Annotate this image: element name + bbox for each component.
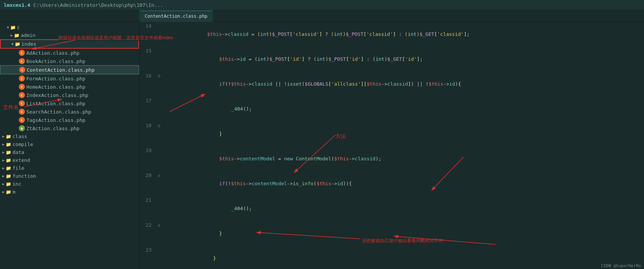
file-icon-c: c [19, 75, 25, 81]
line-number: 15 [139, 47, 155, 72]
sidebar-item-class[interactable]: ▶ 📁 class [0, 132, 139, 140]
folder-icon: 📁 [6, 158, 11, 163]
sidebar-item-formaction[interactable]: c FormAction.class.php [0, 74, 139, 83]
active-tab[interactable]: ContentAction.class.php [139, 11, 213, 22]
file-icon-c: c [19, 67, 25, 73]
sidebar-item-index[interactable]: ▼ 📁 index [0, 39, 139, 49]
code-line: _404(); [163, 97, 644, 121]
file-icon-grid: ▦ [19, 125, 25, 131]
folder-label: index [21, 41, 36, 47]
folder-icon: 📁 [10, 25, 15, 30]
code-line: $this->contentModel = new ContentModel($… [163, 146, 644, 171]
folder-label: c [17, 25, 20, 30]
line-number: 14 [139, 22, 155, 47]
chevron-right-icon: ▶ [2, 190, 5, 194]
table-row: 22 ◇ } [139, 221, 644, 246]
sidebar-item-ztaction[interactable]: ▦ ZtAction.class.php [0, 124, 139, 132]
gutter [155, 97, 163, 121]
file-icon-c: c [19, 92, 25, 98]
file-label: ContentAction.class.php [27, 67, 95, 73]
line-number: 18 [139, 121, 155, 146]
folder-icon: 📁 [6, 181, 11, 187]
sidebar-item-indexaction[interactable]: c IndexAction.class.php [0, 91, 139, 99]
sidebar-item-compile[interactable]: ▶ 📁 compile [0, 140, 139, 148]
sidebar-item-contentaction[interactable]: c ContentAction.class.php [0, 65, 139, 74]
folder-icon: 📁 [6, 174, 11, 179]
chevron-right-icon: ▶ [2, 134, 5, 138]
sidebar-item-tagsaction[interactable]: c TagsAction.class.php [0, 116, 139, 124]
code-line: if(!$this->contentModel->is_info($this->… [163, 171, 644, 196]
folder-label: m [12, 189, 15, 195]
gutter: ◇ [155, 221, 163, 246]
code-line: } [163, 121, 644, 146]
code-line: if(!$this->classid || !isset($GLOBALS['a… [163, 72, 644, 97]
code-scroll[interactable]: 14 $this->classid = (int)$_POST['classid… [139, 22, 644, 269]
sidebar-item-inc[interactable]: ▶ 📁 inc [0, 180, 139, 188]
sidebar-item-c[interactable]: ▼ 📁 c [0, 23, 139, 31]
file-icon-c: c [19, 50, 25, 56]
file-label: TagsAction.class.php [26, 117, 86, 123]
code-line: $this->classid = (int)$_POST['classid'] … [163, 22, 644, 47]
sidebar-item-admin[interactable]: ▶ 📁 admin [0, 31, 139, 39]
table-row: 14 $this->classid = (int)$_POST['classid… [139, 22, 644, 47]
file-label: AdAction.class.php [26, 50, 80, 56]
table-row: 16 ◇ if(!$this->classid || !isset($GLOBA… [139, 72, 644, 97]
tab-bar: ContentAction.class.php [0, 11, 644, 22]
table-row: 23 } [139, 246, 644, 269]
sidebar-item-m[interactable]: ▶ 📁 m [0, 188, 139, 196]
gutter [155, 246, 163, 269]
sidebar-item-file[interactable]: ▶ 📁 file [0, 164, 139, 172]
gutter [155, 146, 163, 171]
status-text: CSDN @SuperHerRo [601, 263, 641, 268]
file-label: HomeAction.class.php [26, 84, 86, 90]
status-bar: CSDN @SuperHerRo [598, 263, 644, 269]
file-tree[interactable]: ▼ 📁 c ▶ 📁 admin ▼ 📁 index c AdAction.cla… [0, 22, 139, 269]
gutter [155, 22, 163, 47]
gutter: ◇ [155, 72, 163, 97]
line-number: 19 [139, 146, 155, 171]
table-row: 20 ◇ if(!$this->contentModel->is_info($t… [139, 171, 644, 196]
sidebar-item-searchaction[interactable]: c SearchAction.class.php [0, 108, 139, 116]
line-number: 16 [139, 72, 155, 97]
code-table: 14 $this->classid = (int)$_POST['classid… [139, 22, 644, 269]
title-bar: lmxcms1.4 C:\Users\Administrator\Desktop… [0, 0, 644, 11]
folder-icon: 📁 [6, 142, 11, 147]
file-label: SearchAction.class.php [26, 109, 91, 115]
folder-label: compile [12, 141, 33, 147]
line-number: 21 [139, 196, 155, 221]
sidebar-item-adaction[interactable]: c AdAction.class.php [0, 49, 139, 57]
sidebar-item-extend[interactable]: ▶ 📁 extend [0, 156, 139, 164]
gutter [155, 47, 163, 72]
folder-label: data [12, 149, 24, 155]
sidebar-item-function[interactable]: ▶ 📁 function [0, 172, 139, 180]
table-row: 17 _404(); [139, 97, 644, 121]
chevron-right-icon: ▶ [11, 33, 13, 37]
gutter: ◇ [155, 171, 163, 196]
app-name: lmxcms1.4 [4, 2, 30, 8]
file-label: ZtAction.class.php [26, 126, 80, 131]
code-editor[interactable]: 14 $this->classid = (int)$_POST['classid… [139, 22, 644, 269]
chevron-down-icon: ▼ [11, 42, 14, 46]
folder-label: admin [21, 32, 35, 38]
file-icon-c: c [19, 84, 25, 90]
file-label: BookAction.class.php [26, 58, 86, 64]
file-icon-c: c [19, 58, 25, 64]
file-path: C:\Users\Administrator\Desktop\php\107\I… [33, 2, 163, 8]
main-layout: ▼ 📁 c ▶ 📁 admin ▼ 📁 index c AdAction.cla… [0, 22, 644, 269]
file-icon-c: c [19, 117, 25, 123]
table-row: 18 ◇ } [139, 121, 644, 146]
chevron-right-icon: ▶ [2, 182, 5, 186]
sidebar-item-homeaction[interactable]: c HomeAction.class.php [0, 83, 139, 91]
folder-icon: 📁 [6, 150, 11, 155]
sidebar-item-listaction[interactable]: c ListAction.class.php [0, 99, 139, 108]
chevron-right-icon: ▶ [2, 142, 5, 146]
line-number: 22 [139, 221, 155, 246]
sidebar-item-data[interactable]: ▶ 📁 data [0, 148, 139, 156]
chevron-right-icon: ▶ [2, 166, 5, 170]
folder-icon: 📁 [6, 134, 11, 139]
file-label: ListAction.class.php [26, 101, 86, 106]
sidebar-item-bookaction[interactable]: c BookAction.class.php [0, 57, 139, 65]
chevron-down-icon: ▼ [7, 25, 9, 29]
folder-icon: 📁 [15, 42, 20, 47]
folder-icon: 📁 [6, 189, 11, 195]
